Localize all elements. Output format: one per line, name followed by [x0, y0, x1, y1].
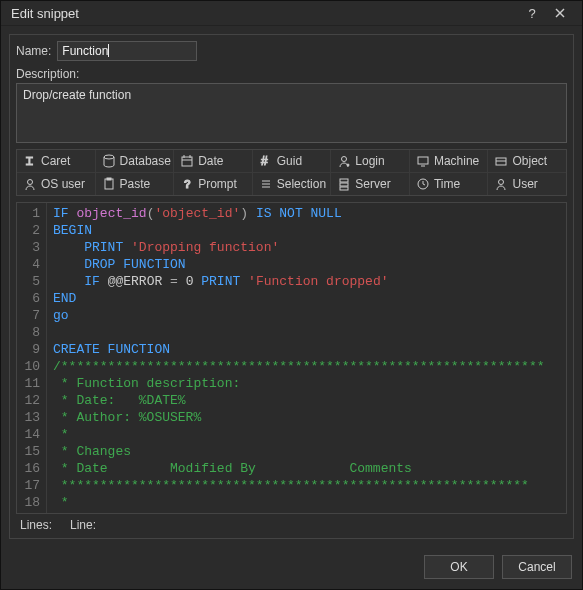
- window-title: Edit snippet: [11, 6, 518, 21]
- description-label: Description:: [16, 67, 567, 81]
- line-number: 9: [21, 341, 40, 358]
- code-line[interactable]: END: [53, 290, 560, 307]
- scrollbar-track[interactable]: [558, 203, 566, 513]
- calendar-icon: [180, 154, 194, 168]
- line-number: 11: [21, 375, 40, 392]
- line-gutter: 123456789101112131415161718: [17, 203, 47, 513]
- tool-label: Paste: [120, 177, 151, 191]
- svg-point-3: [104, 155, 114, 159]
- svg-point-28: [499, 180, 504, 185]
- tool-label: Time: [434, 177, 460, 191]
- close-button[interactable]: [546, 1, 574, 25]
- user-icon: [494, 177, 508, 191]
- tool-label: Date: [198, 154, 223, 168]
- code-line[interactable]: * Date: %DATE%: [53, 392, 560, 409]
- code-line[interactable]: BEGIN: [53, 222, 560, 239]
- code-line[interactable]: [53, 324, 560, 341]
- status-lines: Lines:: [20, 518, 52, 532]
- tool-label: Database: [120, 154, 171, 168]
- status-bar: Lines: Line:: [16, 514, 567, 534]
- svg-rect-4: [182, 157, 192, 166]
- tool-label: User: [512, 177, 537, 191]
- svg-text:#: #: [261, 154, 268, 168]
- insert-toolbar: ᏆCaretDatabaseDate#GuidLoginMachineObjec…: [16, 149, 567, 196]
- svg-text:?: ?: [184, 178, 191, 190]
- tool-time[interactable]: Time: [410, 173, 489, 195]
- osuser-icon: [23, 177, 37, 191]
- tool-user[interactable]: User: [488, 173, 566, 195]
- tool-server[interactable]: Server: [331, 173, 410, 195]
- name-label: Name:: [16, 44, 51, 58]
- line-number: 5: [21, 273, 40, 290]
- code-line[interactable]: *: [53, 494, 560, 511]
- svg-rect-24: [340, 187, 348, 190]
- description-input[interactable]: [16, 83, 567, 143]
- paste-icon: [102, 177, 116, 191]
- ok-button[interactable]: OK: [424, 555, 494, 579]
- code-line[interactable]: IF object_id('object_id') IS NOT NULL: [53, 205, 560, 222]
- code-line[interactable]: IF @@ERROR = 0 PRINT 'Function dropped': [53, 273, 560, 290]
- name-input[interactable]: Function: [57, 41, 197, 61]
- line-number: 7: [21, 307, 40, 324]
- status-line: Line:: [70, 518, 96, 532]
- code-line[interactable]: * Changes: [53, 443, 560, 460]
- code-area[interactable]: IF object_id('object_id') IS NOT NULLBEG…: [47, 203, 566, 513]
- login-icon: [337, 154, 351, 168]
- svg-point-10: [347, 164, 349, 166]
- line-number: 17: [21, 477, 40, 494]
- edit-snippet-dialog: Edit snippet ? Name: Function Descriptio…: [0, 0, 583, 590]
- tool-paste[interactable]: Paste: [96, 173, 175, 195]
- machine-icon: [416, 154, 430, 168]
- code-line[interactable]: *: [53, 426, 560, 443]
- cancel-button[interactable]: Cancel: [502, 555, 572, 579]
- object-icon: [494, 154, 508, 168]
- tool-login[interactable]: Login: [331, 150, 410, 172]
- line-number: 2: [21, 222, 40, 239]
- line-number: 16: [21, 460, 40, 477]
- line-number: 15: [21, 443, 40, 460]
- code-line[interactable]: * Author: %OSUSER%: [53, 409, 560, 426]
- line-number: 18: [21, 494, 40, 511]
- code-line[interactable]: ****************************************…: [53, 477, 560, 494]
- code-line[interactable]: /***************************************…: [53, 358, 560, 375]
- database-icon: [102, 154, 116, 168]
- code-line[interactable]: * Function description:: [53, 375, 560, 392]
- code-editor[interactable]: 123456789101112131415161718 IF object_id…: [16, 202, 567, 514]
- tool-object[interactable]: Object: [488, 150, 566, 172]
- tool-label: Caret: [41, 154, 70, 168]
- prompt-icon: ?: [180, 177, 194, 191]
- line-number: 4: [21, 256, 40, 273]
- tool-date[interactable]: Date: [174, 150, 253, 172]
- code-line[interactable]: PRINT 'Dropping function': [53, 239, 560, 256]
- code-line[interactable]: DROP FUNCTION: [53, 256, 560, 273]
- line-number: 13: [21, 409, 40, 426]
- svg-point-9: [342, 157, 347, 162]
- svg-point-15: [28, 180, 33, 185]
- titlebar: Edit snippet ?: [1, 1, 582, 26]
- tool-selection[interactable]: Selection: [253, 173, 332, 195]
- line-number: 1: [21, 205, 40, 222]
- tool-label: Guid: [277, 154, 302, 168]
- tool-label: OS user: [41, 177, 85, 191]
- code-line[interactable]: CREATE FUNCTION: [53, 341, 560, 358]
- tool-label: Object: [512, 154, 547, 168]
- tool-label: Prompt: [198, 177, 237, 191]
- tool-prompt[interactable]: ?Prompt: [174, 173, 253, 195]
- tool-label: Server: [355, 177, 390, 191]
- line-number: 8: [21, 324, 40, 341]
- line-number: 6: [21, 290, 40, 307]
- tool-machine[interactable]: Machine: [410, 150, 489, 172]
- svg-rect-17: [107, 178, 111, 180]
- caret-icon: Ꮖ: [23, 154, 37, 168]
- time-icon: [416, 177, 430, 191]
- hash-icon: #: [259, 154, 273, 168]
- tool-caret[interactable]: ᏆCaret: [17, 150, 96, 172]
- code-line[interactable]: * Date Modified By Comments: [53, 460, 560, 477]
- tool-guid[interactable]: #Guid: [253, 150, 332, 172]
- tool-database[interactable]: Database: [96, 150, 175, 172]
- svg-rect-11: [418, 157, 428, 164]
- tool-os-user[interactable]: OS user: [17, 173, 96, 195]
- selection-icon: [259, 177, 273, 191]
- code-line[interactable]: go: [53, 307, 560, 324]
- help-button[interactable]: ?: [518, 1, 546, 25]
